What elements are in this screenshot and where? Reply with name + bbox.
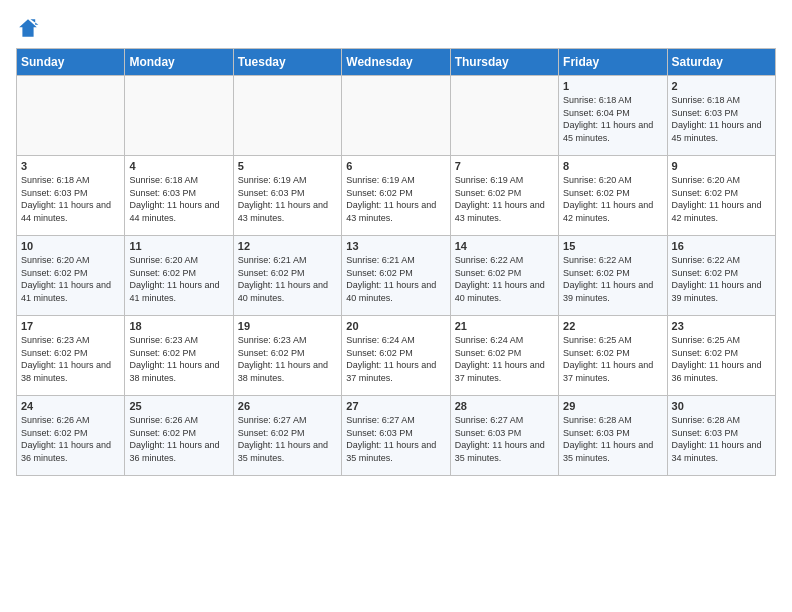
day-info: Sunrise: 6:24 AM Sunset: 6:02 PM Dayligh… [346, 334, 445, 384]
calendar-cell: 8Sunrise: 6:20 AM Sunset: 6:02 PM Daylig… [559, 156, 667, 236]
calendar-cell: 11Sunrise: 6:20 AM Sunset: 6:02 PM Dayli… [125, 236, 233, 316]
col-header-friday: Friday [559, 49, 667, 76]
calendar-cell: 12Sunrise: 6:21 AM Sunset: 6:02 PM Dayli… [233, 236, 341, 316]
day-number: 18 [129, 320, 228, 332]
calendar-week-row: 3Sunrise: 6:18 AM Sunset: 6:03 PM Daylig… [17, 156, 776, 236]
calendar-cell: 5Sunrise: 6:19 AM Sunset: 6:03 PM Daylig… [233, 156, 341, 236]
calendar-cell [233, 76, 341, 156]
calendar-cell: 3Sunrise: 6:18 AM Sunset: 6:03 PM Daylig… [17, 156, 125, 236]
calendar-cell: 10Sunrise: 6:20 AM Sunset: 6:02 PM Dayli… [17, 236, 125, 316]
day-number: 15 [563, 240, 662, 252]
svg-marker-0 [19, 19, 37, 37]
calendar-cell: 22Sunrise: 6:25 AM Sunset: 6:02 PM Dayli… [559, 316, 667, 396]
calendar-cell: 17Sunrise: 6:23 AM Sunset: 6:02 PM Dayli… [17, 316, 125, 396]
day-info: Sunrise: 6:18 AM Sunset: 6:04 PM Dayligh… [563, 94, 662, 144]
day-info: Sunrise: 6:22 AM Sunset: 6:02 PM Dayligh… [455, 254, 554, 304]
day-info: Sunrise: 6:21 AM Sunset: 6:02 PM Dayligh… [346, 254, 445, 304]
calendar-cell: 27Sunrise: 6:27 AM Sunset: 6:03 PM Dayli… [342, 396, 450, 476]
day-number: 20 [346, 320, 445, 332]
day-info: Sunrise: 6:25 AM Sunset: 6:02 PM Dayligh… [563, 334, 662, 384]
calendar-cell [342, 76, 450, 156]
calendar-cell: 14Sunrise: 6:22 AM Sunset: 6:02 PM Dayli… [450, 236, 558, 316]
day-info: Sunrise: 6:26 AM Sunset: 6:02 PM Dayligh… [21, 414, 120, 464]
day-number: 19 [238, 320, 337, 332]
calendar-cell: 1Sunrise: 6:18 AM Sunset: 6:04 PM Daylig… [559, 76, 667, 156]
calendar-header-row: SundayMondayTuesdayWednesdayThursdayFrid… [17, 49, 776, 76]
day-info: Sunrise: 6:19 AM Sunset: 6:02 PM Dayligh… [346, 174, 445, 224]
day-number: 26 [238, 400, 337, 412]
day-number: 21 [455, 320, 554, 332]
day-number: 2 [672, 80, 771, 92]
day-number: 27 [346, 400, 445, 412]
day-number: 13 [346, 240, 445, 252]
col-header-thursday: Thursday [450, 49, 558, 76]
calendar-cell [450, 76, 558, 156]
col-header-tuesday: Tuesday [233, 49, 341, 76]
calendar-cell: 7Sunrise: 6:19 AM Sunset: 6:02 PM Daylig… [450, 156, 558, 236]
page-header [16, 16, 776, 40]
day-info: Sunrise: 6:20 AM Sunset: 6:02 PM Dayligh… [21, 254, 120, 304]
day-info: Sunrise: 6:27 AM Sunset: 6:03 PM Dayligh… [346, 414, 445, 464]
calendar-cell [125, 76, 233, 156]
calendar-week-row: 17Sunrise: 6:23 AM Sunset: 6:02 PM Dayli… [17, 316, 776, 396]
calendar-table: SundayMondayTuesdayWednesdayThursdayFrid… [16, 48, 776, 476]
calendar-cell: 23Sunrise: 6:25 AM Sunset: 6:02 PM Dayli… [667, 316, 775, 396]
calendar-week-row: 24Sunrise: 6:26 AM Sunset: 6:02 PM Dayli… [17, 396, 776, 476]
day-number: 14 [455, 240, 554, 252]
day-number: 25 [129, 400, 228, 412]
calendar-cell: 2Sunrise: 6:18 AM Sunset: 6:03 PM Daylig… [667, 76, 775, 156]
day-number: 17 [21, 320, 120, 332]
day-info: Sunrise: 6:22 AM Sunset: 6:02 PM Dayligh… [672, 254, 771, 304]
day-info: Sunrise: 6:20 AM Sunset: 6:02 PM Dayligh… [672, 174, 771, 224]
day-info: Sunrise: 6:18 AM Sunset: 6:03 PM Dayligh… [129, 174, 228, 224]
calendar-cell: 9Sunrise: 6:20 AM Sunset: 6:02 PM Daylig… [667, 156, 775, 236]
day-number: 10 [21, 240, 120, 252]
logo-icon [16, 16, 40, 40]
day-info: Sunrise: 6:23 AM Sunset: 6:02 PM Dayligh… [129, 334, 228, 384]
calendar-cell: 6Sunrise: 6:19 AM Sunset: 6:02 PM Daylig… [342, 156, 450, 236]
calendar-cell: 30Sunrise: 6:28 AM Sunset: 6:03 PM Dayli… [667, 396, 775, 476]
day-number: 11 [129, 240, 228, 252]
day-info: Sunrise: 6:23 AM Sunset: 6:02 PM Dayligh… [238, 334, 337, 384]
day-number: 29 [563, 400, 662, 412]
calendar-cell: 24Sunrise: 6:26 AM Sunset: 6:02 PM Dayli… [17, 396, 125, 476]
calendar-cell: 25Sunrise: 6:26 AM Sunset: 6:02 PM Dayli… [125, 396, 233, 476]
day-number: 3 [21, 160, 120, 172]
calendar-cell: 21Sunrise: 6:24 AM Sunset: 6:02 PM Dayli… [450, 316, 558, 396]
col-header-monday: Monday [125, 49, 233, 76]
day-number: 12 [238, 240, 337, 252]
day-info: Sunrise: 6:27 AM Sunset: 6:03 PM Dayligh… [455, 414, 554, 464]
day-number: 23 [672, 320, 771, 332]
day-number: 4 [129, 160, 228, 172]
calendar-cell: 26Sunrise: 6:27 AM Sunset: 6:02 PM Dayli… [233, 396, 341, 476]
day-number: 24 [21, 400, 120, 412]
day-info: Sunrise: 6:18 AM Sunset: 6:03 PM Dayligh… [21, 174, 120, 224]
day-info: Sunrise: 6:20 AM Sunset: 6:02 PM Dayligh… [563, 174, 662, 224]
day-info: Sunrise: 6:24 AM Sunset: 6:02 PM Dayligh… [455, 334, 554, 384]
calendar-cell: 4Sunrise: 6:18 AM Sunset: 6:03 PM Daylig… [125, 156, 233, 236]
calendar-cell: 28Sunrise: 6:27 AM Sunset: 6:03 PM Dayli… [450, 396, 558, 476]
day-info: Sunrise: 6:25 AM Sunset: 6:02 PM Dayligh… [672, 334, 771, 384]
day-number: 1 [563, 80, 662, 92]
day-info: Sunrise: 6:28 AM Sunset: 6:03 PM Dayligh… [563, 414, 662, 464]
day-number: 6 [346, 160, 445, 172]
day-number: 9 [672, 160, 771, 172]
calendar-week-row: 10Sunrise: 6:20 AM Sunset: 6:02 PM Dayli… [17, 236, 776, 316]
day-number: 7 [455, 160, 554, 172]
col-header-saturday: Saturday [667, 49, 775, 76]
calendar-cell: 16Sunrise: 6:22 AM Sunset: 6:02 PM Dayli… [667, 236, 775, 316]
calendar-cell: 18Sunrise: 6:23 AM Sunset: 6:02 PM Dayli… [125, 316, 233, 396]
day-info: Sunrise: 6:28 AM Sunset: 6:03 PM Dayligh… [672, 414, 771, 464]
day-info: Sunrise: 6:27 AM Sunset: 6:02 PM Dayligh… [238, 414, 337, 464]
calendar-cell: 20Sunrise: 6:24 AM Sunset: 6:02 PM Dayli… [342, 316, 450, 396]
day-info: Sunrise: 6:23 AM Sunset: 6:02 PM Dayligh… [21, 334, 120, 384]
day-number: 30 [672, 400, 771, 412]
col-header-wednesday: Wednesday [342, 49, 450, 76]
day-number: 5 [238, 160, 337, 172]
day-info: Sunrise: 6:18 AM Sunset: 6:03 PM Dayligh… [672, 94, 771, 144]
day-info: Sunrise: 6:22 AM Sunset: 6:02 PM Dayligh… [563, 254, 662, 304]
col-header-sunday: Sunday [17, 49, 125, 76]
day-info: Sunrise: 6:26 AM Sunset: 6:02 PM Dayligh… [129, 414, 228, 464]
calendar-cell: 19Sunrise: 6:23 AM Sunset: 6:02 PM Dayli… [233, 316, 341, 396]
calendar-cell: 13Sunrise: 6:21 AM Sunset: 6:02 PM Dayli… [342, 236, 450, 316]
